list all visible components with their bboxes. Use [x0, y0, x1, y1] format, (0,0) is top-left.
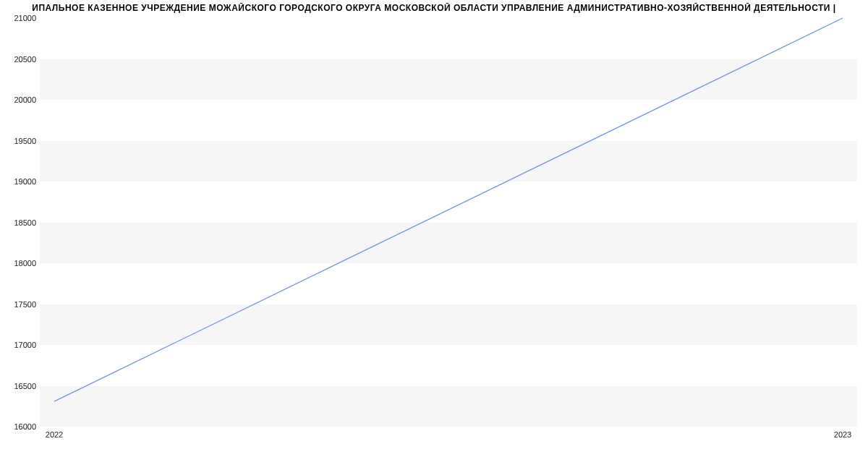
y-tick-label: 19500: [4, 137, 36, 145]
y-tick-label: 16000: [4, 422, 36, 431]
y-tick-label: 21000: [4, 14, 36, 22]
x-tick-label: 2022: [46, 430, 63, 439]
y-tick-label: 20000: [4, 95, 36, 104]
plot-area: [40, 18, 857, 427]
y-tick-label: 19000: [4, 177, 36, 186]
y-tick-label: 20500: [4, 55, 36, 64]
x-tick-label: 2023: [834, 430, 851, 439]
y-tick-label: 18500: [4, 218, 36, 227]
y-tick-label: 17500: [4, 300, 36, 309]
chart-title: ИПАЛЬНОЕ КАЗЕННОЕ УЧРЕЖДЕНИЕ МОЖАЙСКОГО …: [0, 3, 868, 13]
y-tick-label: 16500: [4, 382, 36, 390]
y-tick-label: 17000: [4, 341, 36, 349]
line-chart: ИПАЛЬНОЕ КАЗЕННОЕ УЧРЕЖДЕНИЕ МОЖАЙСКОГО …: [0, 0, 868, 470]
chart-line-layer: [40, 18, 857, 426]
y-tick-label: 18000: [4, 259, 36, 268]
